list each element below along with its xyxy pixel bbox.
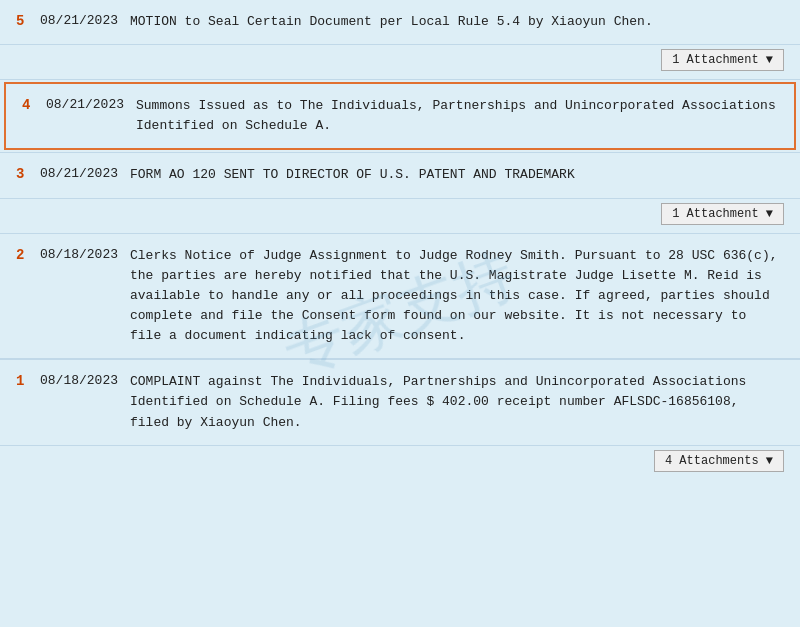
entry-number: 3 [16,165,40,182]
attachment-button[interactable]: 1 Attachment ▼ [661,49,784,71]
main-container: 专家支持 5 08/21/2023 MOTION to Seal Certain… [0,0,800,627]
table-row: 5 08/21/2023 MOTION to Seal Certain Docu… [0,0,800,45]
entry-block-5: 5 08/21/2023 MOTION to Seal Certain Docu… [0,0,800,79]
attachment-area: 4 Attachments ▼ [0,446,800,480]
entry-date: 08/21/2023 [40,165,130,181]
entry-number: 4 [22,96,46,113]
entry-date: 08/18/2023 [40,372,130,388]
entry-text: MOTION to Seal Certain Document per Loca… [130,12,784,32]
entry-number: 1 [16,372,40,389]
entry-block-1: 1 08/18/2023 COMPLAINT against The Indiv… [0,360,800,479]
attachment-area: 1 Attachment ▼ [0,199,800,233]
entry-date: 08/21/2023 [46,96,136,112]
entry-date: 08/21/2023 [40,12,130,28]
table-row: 3 08/21/2023 FORM AO 120 SENT TO DIRECTO… [0,153,800,198]
entry-date: 08/18/2023 [40,246,130,262]
table-row: 2 08/18/2023 Clerks Notice of Judge Assi… [0,234,800,360]
divider [0,79,800,80]
entry-number: 5 [16,12,40,29]
entry-block-3: 3 08/21/2023 FORM AO 120 SENT TO DIRECTO… [0,153,800,232]
entry-block-2: 2 08/18/2023 Clerks Notice of Judge Assi… [0,234,800,360]
entry-text: Clerks Notice of Judge Assignment to Jud… [130,246,784,347]
entry-text: Summons Issued as to The Individuals, Pa… [136,96,778,136]
table-row: 1 08/18/2023 COMPLAINT against The Indiv… [0,360,800,445]
attachment-area: 1 Attachment ▼ [0,45,800,79]
entry-text: COMPLAINT against The Individuals, Partn… [130,372,784,432]
entry-number: 2 [16,246,40,263]
attachment-button[interactable]: 1 Attachment ▼ [661,203,784,225]
table-row: 4 08/21/2023 Summons Issued as to The In… [4,82,796,150]
entry-text: FORM AO 120 SENT TO DIRECTOR OF U.S. PAT… [130,165,784,185]
entry-block-4: 4 08/21/2023 Summons Issued as to The In… [0,82,800,150]
attachment-button[interactable]: 4 Attachments ▼ [654,450,784,472]
